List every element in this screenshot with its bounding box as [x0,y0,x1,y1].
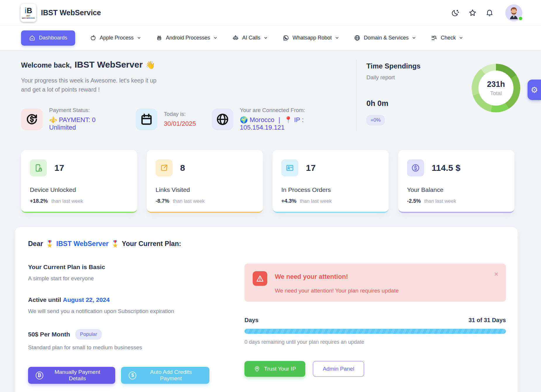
online-status-dot [518,16,523,21]
alert-title: We need your attention! [275,273,399,281]
active-until-date[interactable]: August 22, 2024 [63,296,110,303]
days-progress-fill [244,329,506,334]
stat-card-links-visited: 8 Links Visited -8.7% than last week [147,150,263,213]
days-label: Days [244,317,259,324]
logo-line1: IBST [26,15,30,17]
external-link-icon [156,159,173,176]
days-progress-bar [244,329,506,334]
expiration-note: We will send you a notification upon Sub… [28,308,209,314]
stat-value: 114.5 $ [432,163,460,173]
stat-change: -2.5% [407,198,421,204]
stat-label: In Process Orders [281,186,380,193]
stat-value: 17 [306,163,316,173]
apple-icon [90,35,97,41]
nav-item-apple-process[interactable]: Apple Process [90,35,141,41]
gear-icon: ⚙ [530,85,538,95]
robot-icon [232,35,239,41]
nav-label-check: Check [441,35,456,41]
settings-fab[interactable]: ⚙ [528,80,541,100]
time-donut-chart: 231h Total [472,64,520,112]
globe-icon [212,109,233,130]
greeting-username: IBST WebServer [75,60,143,70]
stat-suffix: than last week [51,198,83,204]
today-value: 30/01/2025 [164,120,196,128]
dark-mode-moon-icon[interactable] [452,9,460,17]
today-date-item: Today is: 30/01/2025 [136,109,196,130]
chevron-down-icon [412,36,416,40]
days-count: 31 of 31 Days [468,317,506,324]
stat-value: 17 [54,163,64,173]
nav-item-domain-services[interactable]: Domain & Services [354,35,416,41]
nav-label-whatsapp: Whatsapp Robot [292,35,332,41]
id-card-icon [281,159,298,176]
donut-total-value: 231h [487,80,505,89]
nav-label-ai-calls: AI Calls [242,35,260,41]
time-spent-value: 0h 0m [366,99,454,108]
stat-change: +4.3% [281,198,297,204]
today-label: Today is: [164,111,196,117]
current-plan-desc: A simple start for everyone [28,275,209,282]
time-spendings-subtitle: Daily report [366,74,454,81]
nav-item-dashboards[interactable]: Dashboards [21,30,75,46]
time-spendings-panel: Time Spendings Daily report 0h 0m +0% 23… [356,60,541,131]
active-until: Active until August 22, 2024 [28,296,209,303]
stat-label: Your Balance [407,186,506,193]
plan-price-desc: Standard plan for small to medium busine… [28,344,209,351]
app-logo: iB IBST WEB SERVICES [20,4,36,22]
bell-icon[interactable] [485,9,494,17]
days-remaining-text: 0 days remaining until your plan require… [244,339,506,345]
payment-status-item: Payment Status: ⚜️ PAYMENT: 0 Unlimited [21,107,120,131]
stats-row: 17 Device Unlocked +18.2% than last week… [21,150,541,213]
location-pin-icon [254,366,260,372]
plan-username[interactable]: IBST WebServer [56,240,109,248]
search-list-icon [431,35,437,41]
user-avatar[interactable] [505,4,522,21]
nav-item-ai-calls[interactable]: AI Calls [232,35,268,41]
nav-item-check[interactable]: Check [431,35,463,41]
stat-suffix: than last week [173,198,205,204]
dollar-icon: $ [129,372,136,379]
manually-payment-details-button[interactable]: ₿ Manually Payment Details [28,367,115,384]
calendar-icon [136,109,157,130]
stat-card-balance: 114.5 $ Your Balance -2.5% than last wee… [398,150,514,213]
auto-add-credits-button[interactable]: $ Auto Add Credits Payment [121,367,209,384]
current-plan-card: Dear 🎖️ IBST WebServer 🎖️ Your Current P… [15,227,518,392]
stat-label: Links Visited [156,186,254,193]
stat-value: 8 [180,163,185,173]
nav-item-whatsapp-robot[interactable]: Whatsapp Robot [282,35,339,41]
medal-icon: 🎖️ [46,240,54,248]
nav-label-domain: Domain & Services [364,35,409,41]
warning-triangle-icon [253,271,267,286]
home-icon [29,35,35,41]
popular-badge: Popular [75,329,102,340]
welcome-section: Welcome back, IBST WebServer 👋 Your prog… [21,60,541,131]
stat-card-in-process-orders: 17 In Process Orders +4.3% than last wee… [273,150,389,213]
current-plan-name: Your Current Plan is Basic [28,264,209,271]
chevron-down-icon [213,36,218,40]
medal-icon: 🎖️ [111,240,119,248]
connection-item: Your are Connected From: 🌍 Morocco | 📍 I… [212,107,344,131]
stat-change: +18.2% [30,198,48,204]
trust-your-ip-button[interactable]: Trust Your IP [244,361,305,377]
donut-total-label: Total [490,90,502,97]
connection-value: 🌍 Morocco | 📍 IP : 105.154.19.121 [240,116,344,131]
dashboard-page: { "app": { "title": "IBST WebService", "… [0,0,541,392]
payment-status-value: ⚜️ PAYMENT: 0 Unlimited [49,116,120,131]
time-change-badge: +0% [366,115,385,125]
greeting-prefix: Welcome back, [21,61,72,69]
chevron-down-icon [263,36,268,40]
plan-title: Dear 🎖️ IBST WebServer 🎖️ Your Current P… [28,240,506,248]
stat-change: -8.7% [156,198,169,204]
nav-item-android-processes[interactable]: Android Processes [156,35,218,41]
whatsapp-icon [282,35,289,41]
welcome-message: Your progress this week is Awesome. let'… [21,76,344,94]
globe-icon [354,35,361,41]
chevron-down-icon [137,36,141,40]
admin-panel-button[interactable]: Admin Panel [313,361,364,377]
chevron-down-icon [459,36,463,40]
phone-lock-icon [30,159,47,176]
logo-letter: iB [25,7,32,14]
star-icon[interactable] [468,9,477,17]
close-icon[interactable]: × [494,270,498,278]
nav-label-dashboards: Dashboards [39,35,67,41]
